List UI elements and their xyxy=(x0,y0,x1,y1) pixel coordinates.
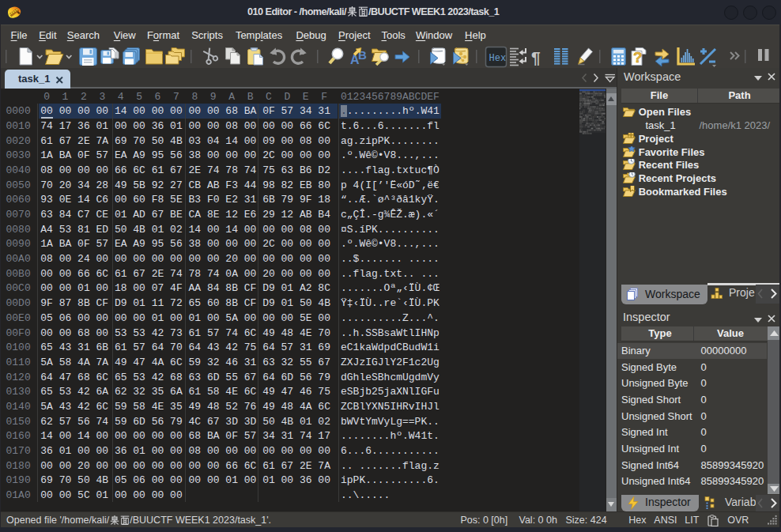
svg-text:Hex: Hex xyxy=(489,53,507,64)
svg-text:¶: ¶ xyxy=(531,48,541,66)
svg-text:?: ? xyxy=(633,49,643,66)
